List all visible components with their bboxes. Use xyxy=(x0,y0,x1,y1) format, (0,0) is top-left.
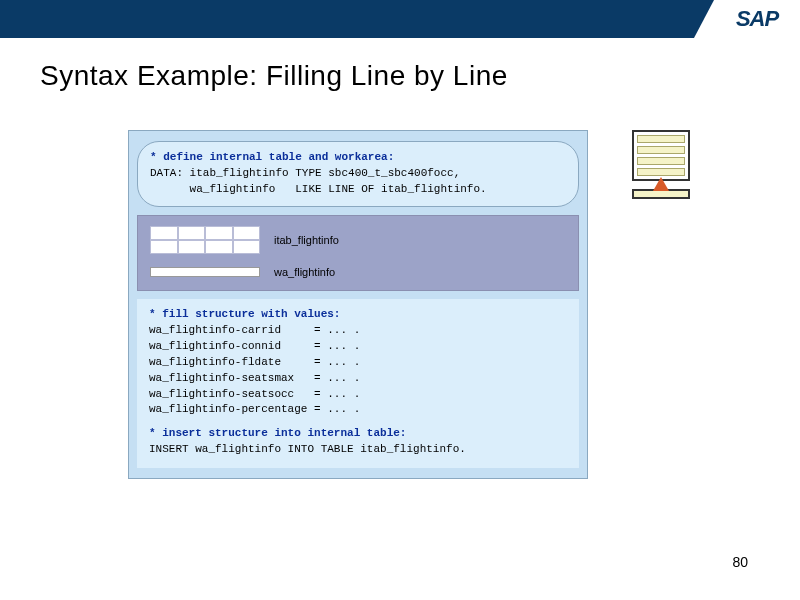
wa-row: wa_flightinfo xyxy=(150,266,566,278)
fill-l4: wa_flightinfo-seatsmax = ... . xyxy=(149,371,567,387)
stack-row xyxy=(637,135,685,143)
wa-bar-icon xyxy=(150,267,260,277)
wa-label: wa_flightinfo xyxy=(274,266,335,278)
fill-l2: wa_flightinfo-connid = ... . xyxy=(149,339,567,355)
insert-comment: * insert structure into internal table: xyxy=(149,426,567,442)
itab-row: itab_flightinfo xyxy=(150,226,566,254)
stack-row xyxy=(637,168,685,176)
table-stack-icon xyxy=(632,130,690,181)
code-panel: * define internal table and workarea: DA… xyxy=(128,130,588,479)
bubble-line1: DATA: itab_flightinfo TYPE sbc400_t_sbc4… xyxy=(150,166,566,182)
bubble-line2: wa_flightinfo LIKE LINE OF itab_flightin… xyxy=(150,182,566,198)
content-area: * define internal table and workarea: DA… xyxy=(128,130,588,479)
fill-l6: wa_flightinfo-percentage = ... . xyxy=(149,402,567,418)
header-bar: SAP xyxy=(0,0,800,38)
fill-l5: wa_flightinfo-seatsocc = ... . xyxy=(149,387,567,403)
itab-label: itab_flightinfo xyxy=(274,234,339,246)
table-visualization: itab_flightinfo wa_flightinfo xyxy=(137,215,579,291)
bubble-comment: * define internal table and workarea: xyxy=(150,150,566,166)
stack-row xyxy=(637,157,685,165)
itab-grid-icon xyxy=(150,226,260,254)
insert-line: INSERT wa_flightinfo INTO TABLE itab_fli… xyxy=(149,442,567,458)
page-number: 80 xyxy=(732,554,748,570)
fill-code-block: * fill structure with values: wa_flighti… xyxy=(137,299,579,468)
insert-into-table-icon xyxy=(632,130,690,199)
arrow-up-icon xyxy=(653,177,669,191)
fill-l1: wa_flightinfo-carrid = ... . xyxy=(149,323,567,339)
sap-logo-text: SAP xyxy=(736,6,778,32)
page-title: Syntax Example: Filling Line by Line xyxy=(40,60,800,92)
declaration-bubble: * define internal table and workarea: DA… xyxy=(137,141,579,207)
fill-l3: wa_flightinfo-fldate = ... . xyxy=(149,355,567,371)
sap-logo: SAP xyxy=(714,0,800,38)
fill-comment: * fill structure with values: xyxy=(149,307,567,323)
stack-row xyxy=(637,146,685,154)
